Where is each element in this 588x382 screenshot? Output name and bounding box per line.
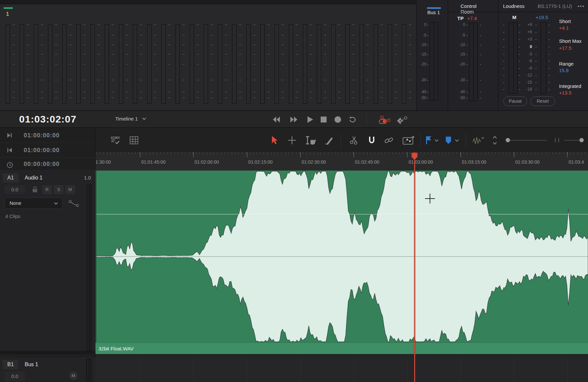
marker-chevron-down-icon[interactable] (454, 135, 460, 145)
ruler-timecode-label: 01:02:15:00 (248, 159, 273, 165)
ruler-major-tick (300, 152, 301, 157)
range-selection-tool-icon[interactable] (305, 135, 316, 145)
cut-scissors-icon[interactable] (349, 135, 359, 145)
loop-button[interactable] (348, 115, 357, 124)
index-grid-icon[interactable] (129, 135, 139, 145)
mute-button[interactable]: M (69, 371, 78, 380)
mute-button[interactable]: M (65, 185, 75, 194)
bus-track-lane[interactable] (95, 357, 588, 382)
track-number-label: 1 (6, 11, 9, 17)
timeline-view-options-icon[interactable] (110, 135, 120, 145)
control-room-title: Control Room (461, 3, 486, 14)
loudness-stat-value: +4.1 (559, 25, 569, 31)
meter-channel-bar (374, 24, 378, 104)
track-gain-field[interactable]: 0.0 (5, 185, 25, 194)
ruler-timecode-label: 1:30:00 (95, 159, 111, 165)
meter-channel-bar (119, 24, 123, 104)
timeline-selector[interactable]: Timeline 1 (115, 116, 147, 122)
lock-icon[interactable] (30, 185, 40, 194)
fast-forward-button[interactable] (290, 115, 298, 124)
clip-left-edge (95, 171, 96, 354)
pencil-tool-icon[interactable] (324, 135, 334, 145)
track-name: Bus 1 (25, 362, 38, 368)
bus-meter-panel: Bus 1 0-5-10-15-20-30-40-50 (416, 0, 448, 111)
track-height-slider[interactable] (507, 140, 547, 141)
lu-scale-label: +9 (522, 22, 532, 27)
waveform-zoom-icon[interactable] (472, 135, 485, 145)
rewind-button[interactable] (272, 115, 281, 124)
duration-row[interactable]: 00:00:00:00 (0, 158, 95, 171)
flag-icon[interactable] (425, 135, 433, 145)
record-arm-button[interactable]: R (42, 185, 52, 194)
timeline-ruler[interactable]: 1:30:0001:01:45:0001:02:00:0001:02:15:00… (95, 152, 588, 171)
control-room-panel: Control Room TP +7.4 0-5-10-15-20-30-40-… (448, 0, 498, 111)
meter-scale-ticks (69, 24, 72, 104)
play-button[interactable] (306, 115, 314, 124)
in-point-row[interactable]: 01:00:00:00 (0, 128, 95, 143)
meter-scale-ticks (338, 24, 341, 104)
lu-scale-label: +3 (522, 37, 532, 41)
grid-line (461, 357, 461, 382)
keyframe-editor-icon[interactable] (402, 135, 415, 145)
ruler-major-tick (567, 152, 568, 157)
stop-button[interactable] (319, 115, 328, 124)
track-header-b1[interactable]: B1 Bus 1 0.0 M (0, 357, 95, 382)
zoom-slider-knob[interactable] (579, 138, 584, 142)
marker-icon[interactable] (444, 135, 452, 145)
ruler-major-tick (514, 152, 514, 157)
scale-label: -30 (416, 78, 426, 82)
meter-channel-bar (232, 24, 236, 104)
trim-tool-icon[interactable] (287, 135, 297, 145)
out-point-row[interactable]: 01:00:00:00 (0, 143, 95, 158)
ruler-major-tick (193, 152, 194, 157)
audio-clip[interactable] (95, 171, 588, 354)
solo-button[interactable]: S (54, 185, 64, 194)
meter-bridge: 1 (0, 0, 416, 111)
clip-name-bar[interactable]: 32bit Float.WAV (95, 342, 588, 354)
track-height-slider-knob[interactable] (506, 138, 510, 142)
track-header-a1[interactable]: A1 Audio 1 1.0 0.0 R S M None 4 Clips (0, 171, 95, 354)
playhead-handle[interactable] (410, 152, 419, 161)
meter-channel-bar (402, 24, 406, 104)
scale-label: -20 (455, 62, 465, 67)
meter-channel-bar (133, 24, 137, 104)
track-id-badge: A1 (3, 173, 18, 182)
record-button[interactable] (334, 115, 342, 124)
tp-label: TP (457, 15, 464, 21)
grid-line (247, 357, 247, 382)
track-height-zoom-icon[interactable] (491, 135, 498, 145)
automation-settings-gear-icon[interactable] (396, 115, 408, 124)
automation-curve-icon[interactable] (68, 200, 80, 207)
track-gain-field[interactable]: 0.0 (5, 372, 25, 381)
loudness-stat-value: +13.5 (559, 90, 572, 96)
meter-channel-bar (260, 24, 265, 104)
meter-scale-ticks (13, 24, 15, 104)
bus-level-meter (430, 22, 438, 100)
meter-channel-bar (48, 24, 52, 104)
flag-chevron-down-icon[interactable] (434, 135, 439, 145)
pause-button[interactable]: Pause (503, 96, 527, 106)
timeline-content[interactable]: 32bit Float.WAV (95, 171, 588, 382)
meter-scale-ticks (140, 24, 143, 104)
meter-scale-ticks (97, 24, 100, 104)
volume-automation-line[interactable] (95, 214, 588, 214)
track-meter-a1 (87, 184, 92, 351)
loudness-stat-label: Short (559, 18, 571, 24)
automation-toggle-icon[interactable] (379, 115, 391, 124)
meter-channel-bar (161, 24, 166, 104)
loudness-stat-value: +17.5 (559, 45, 572, 51)
meter-channel-bar (388, 24, 392, 104)
link-clips-icon[interactable] (384, 135, 394, 145)
chevron-down-icon (54, 202, 58, 205)
meter-scale-ticks (182, 24, 185, 104)
meter-scale-ticks (168, 24, 171, 104)
snap-magnet-icon[interactable] (367, 135, 377, 145)
reset-button[interactable]: Reset (530, 96, 555, 106)
loudness-menu-icon[interactable]: ••• (577, 3, 585, 9)
selection-tool-icon[interactable] (269, 135, 279, 145)
meter-scale-ticks (267, 24, 270, 104)
meter-scale-ticks (395, 24, 397, 104)
scale-label: -15 (455, 52, 465, 57)
effects-dropdown[interactable]: None (5, 198, 63, 209)
playhead-line[interactable] (414, 152, 415, 382)
